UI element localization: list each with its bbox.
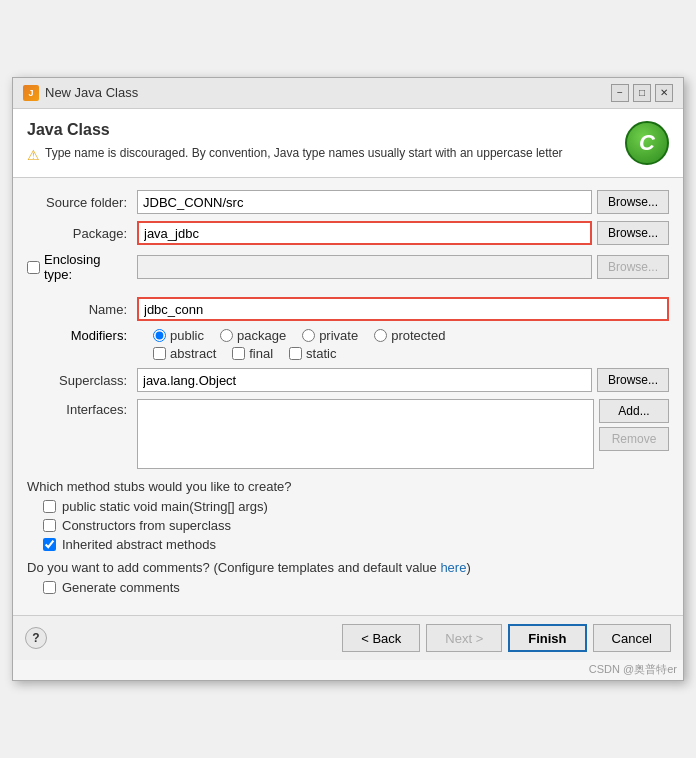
modifier-package-radio[interactable]: [220, 329, 233, 342]
enclosing-type-input[interactable]: [137, 255, 592, 279]
generate-comments-option[interactable]: Generate comments: [43, 580, 669, 595]
warning-text: Type name is discouraged. By convention,…: [45, 145, 563, 162]
separator1: [27, 289, 669, 297]
superclass-label: Superclass:: [27, 373, 137, 388]
interfaces-label: Interfaces:: [27, 399, 137, 417]
modifiers-row1: Modifiers: public package private protec…: [27, 328, 669, 343]
modifier-private-radio[interactable]: [302, 329, 315, 342]
superclass-browse-button[interactable]: Browse...: [597, 368, 669, 392]
package-browse-button[interactable]: Browse...: [597, 221, 669, 245]
modifier-final-checkbox[interactable]: [232, 347, 245, 360]
name-input[interactable]: [137, 297, 669, 321]
source-folder-label: Source folder:: [27, 195, 137, 210]
new-java-class-dialog: J New Java Class − □ ✕ Java Class ⚠ Type…: [12, 77, 684, 682]
modifiers-row2: abstract final static: [27, 346, 669, 361]
window-controls: − □ ✕: [611, 84, 673, 102]
source-folder-row: Source folder: Browse...: [27, 190, 669, 214]
finish-button[interactable]: Finish: [508, 624, 586, 652]
interfaces-add-button[interactable]: Add...: [599, 399, 669, 423]
source-folder-input[interactable]: [137, 190, 592, 214]
modifier-static-checkbox[interactable]: [289, 347, 302, 360]
minimize-button[interactable]: −: [611, 84, 629, 102]
stubs-main-option[interactable]: public static void main(String[] args): [43, 499, 669, 514]
warning-row: ⚠ Type name is discouraged. By conventio…: [27, 145, 615, 166]
modifier-abstract-option[interactable]: abstract: [153, 346, 216, 361]
stubs-main-checkbox[interactable]: [43, 500, 56, 513]
modifier-final-option[interactable]: final: [232, 346, 273, 361]
package-input[interactable]: [137, 221, 592, 245]
name-label: Name:: [27, 302, 137, 317]
modifier-public-radio[interactable]: [153, 329, 166, 342]
enclosing-type-indent: Enclosing type:: [27, 252, 137, 282]
header-left: Java Class ⚠ Type name is discouraged. B…: [27, 121, 615, 166]
superclass-row: Superclass: Browse...: [27, 368, 669, 392]
watermark: CSDN @奥普特er: [13, 660, 683, 680]
help-button[interactable]: ?: [25, 627, 47, 649]
package-label: Package:: [27, 226, 137, 241]
cancel-button[interactable]: Cancel: [593, 624, 671, 652]
generate-comments-checkbox[interactable]: [43, 581, 56, 594]
eclipse-logo: C: [625, 121, 669, 165]
close-button[interactable]: ✕: [655, 84, 673, 102]
interfaces-row: Interfaces: Add... Remove: [27, 399, 669, 469]
stubs-constructors-checkbox[interactable]: [43, 519, 56, 532]
title-bar: J New Java Class − □ ✕: [13, 78, 683, 109]
enclosing-type-browse-button: Browse...: [597, 255, 669, 279]
modifiers-label: Modifiers:: [27, 328, 137, 343]
modifier-public-option[interactable]: public: [153, 328, 204, 343]
dialog-footer: ? < Back Next > Finish Cancel: [13, 615, 683, 660]
dialog-title: New Java Class: [45, 85, 138, 100]
comments-configure-link[interactable]: here: [440, 560, 466, 575]
stubs-constructors-option[interactable]: Constructors from superclass: [43, 518, 669, 533]
modifier-protected-option[interactable]: protected: [374, 328, 445, 343]
modifier-protected-radio[interactable]: [374, 329, 387, 342]
interfaces-section: Interfaces: Add... Remove: [27, 399, 669, 469]
source-folder-browse-button[interactable]: Browse...: [597, 190, 669, 214]
stubs-title: Which method stubs would you like to cre…: [27, 479, 669, 494]
stubs-inherited-checkbox[interactable]: [43, 538, 56, 551]
modifier-private-option[interactable]: private: [302, 328, 358, 343]
modifier-abstract-checkbox[interactable]: [153, 347, 166, 360]
warning-icon: ⚠: [27, 146, 40, 166]
maximize-button[interactable]: □: [633, 84, 651, 102]
package-row: Package: Browse...: [27, 221, 669, 245]
interfaces-textarea[interactable]: [137, 399, 594, 469]
header-section: Java Class ⚠ Type name is discouraged. B…: [13, 109, 683, 179]
back-button[interactable]: < Back: [342, 624, 420, 652]
form-content: Source folder: Browse... Package: Browse…: [13, 178, 683, 615]
interfaces-buttons: Add... Remove: [599, 399, 669, 451]
name-row: Name:: [27, 297, 669, 321]
next-button[interactable]: Next >: [426, 624, 502, 652]
modifier-static-option[interactable]: static: [289, 346, 336, 361]
footer-buttons: < Back Next > Finish Cancel: [342, 624, 671, 652]
comments-title: Do you want to add comments? (Configure …: [27, 560, 669, 575]
dialog-icon: J: [23, 85, 39, 101]
page-title: Java Class: [27, 121, 615, 139]
enclosing-type-row: Enclosing type: Browse...: [27, 252, 669, 282]
stubs-section: Which method stubs would you like to cre…: [27, 479, 669, 552]
comments-section: Do you want to add comments? (Configure …: [27, 560, 669, 595]
enclosing-type-checkbox[interactable]: [27, 261, 40, 274]
superclass-input[interactable]: [137, 368, 592, 392]
enclosing-type-label: Enclosing type:: [44, 252, 127, 282]
modifier-package-option[interactable]: package: [220, 328, 286, 343]
interfaces-remove-button[interactable]: Remove: [599, 427, 669, 451]
modifiers-section: Modifiers: public package private protec…: [27, 328, 669, 361]
footer-left: ?: [25, 627, 47, 649]
stubs-inherited-option[interactable]: Inherited abstract methods: [43, 537, 669, 552]
title-bar-left: J New Java Class: [23, 85, 138, 101]
